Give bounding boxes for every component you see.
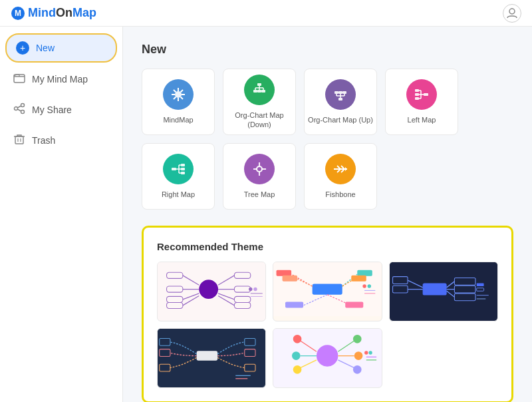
left-map-label: Left Map — [408, 115, 436, 124]
folder-icon — [13, 72, 25, 87]
header: M MindOnMap — [0, 0, 532, 27]
svg-point-70 — [199, 280, 218, 299]
svg-rect-98 — [358, 270, 373, 276]
sidebar-trash-label: Trash — [32, 135, 55, 146]
svg-point-136 — [317, 345, 338, 366]
map-card-org-up[interactable]: Org-Chart Map (Up) — [304, 69, 377, 135]
sidebar-item-trash[interactable]: Trash — [0, 125, 122, 156]
svg-line-18 — [174, 90, 176, 93]
svg-line-8 — [17, 109, 21, 111]
svg-rect-39 — [338, 98, 342, 100]
tree-map-label: Tree Map — [244, 190, 275, 199]
map-card-org-down[interactable]: Org-Chart Map(Down) — [223, 69, 296, 135]
svg-point-146 — [354, 351, 363, 360]
svg-rect-126 — [197, 351, 218, 360]
map-card-mindmap[interactable]: MindMap — [142, 69, 215, 135]
svg-point-148 — [353, 365, 362, 374]
plus-icon: + — [16, 41, 29, 55]
org-down-icon-circle — [244, 75, 275, 105]
svg-rect-46 — [415, 89, 419, 92]
svg-rect-110 — [422, 284, 446, 296]
recommended-title: Recommended Theme — [157, 241, 498, 252]
theme-card-5[interactable] — [273, 328, 382, 388]
svg-rect-94 — [277, 270, 292, 276]
main-layout: + New My Mind Map My Share Trash New — [0, 27, 532, 402]
svg-line-19 — [181, 97, 184, 99]
right-map-icon — [170, 160, 187, 178]
svg-rect-31 — [334, 91, 338, 94]
logo-on: On — [56, 6, 72, 19]
svg-rect-56 — [181, 168, 185, 170]
left-map-icon — [413, 86, 430, 103]
svg-point-105 — [363, 284, 366, 288]
svg-rect-102 — [285, 302, 303, 308]
svg-marker-68 — [345, 167, 347, 171]
svg-point-138 — [293, 335, 302, 343]
theme-3-preview — [390, 262, 497, 316]
sidebar-item-my-share[interactable]: My Share — [0, 95, 122, 125]
svg-point-106 — [368, 284, 371, 288]
svg-line-21 — [174, 97, 176, 99]
map-type-grid: MindMap Org-C — [142, 69, 513, 210]
theme-card-2[interactable] — [273, 262, 382, 321]
theme-card-1[interactable] — [157, 262, 266, 321]
new-section-title: New — [142, 43, 513, 57]
right-map-label: Right Map — [162, 190, 195, 199]
map-card-tree[interactable]: Tree Map — [223, 143, 296, 210]
user-avatar[interactable] — [503, 4, 521, 23]
svg-rect-30 — [261, 90, 265, 93]
logo-icon: M — [11, 6, 25, 21]
org-up-icon-circle — [325, 79, 356, 110]
svg-line-7 — [17, 106, 21, 108]
svg-rect-32 — [338, 91, 342, 94]
theme-card-4[interactable] — [157, 328, 266, 388]
theme-2-preview — [273, 262, 381, 316]
sidebar-item-new[interactable]: + New — [5, 33, 117, 63]
svg-rect-92 — [313, 284, 342, 294]
svg-point-58 — [257, 166, 262, 172]
sidebar-new-label: New — [36, 43, 55, 53]
svg-point-6 — [21, 110, 25, 114]
svg-point-144 — [353, 335, 362, 343]
logo-map: Map — [72, 6, 96, 19]
svg-text:M: M — [15, 9, 21, 18]
svg-point-5 — [15, 107, 18, 110]
share-icon — [13, 102, 25, 117]
mindmap-icon-circle — [163, 79, 194, 110]
recommended-theme-section: Recommended Theme — [142, 226, 513, 402]
theme-1-preview — [158, 262, 265, 316]
svg-line-20 — [181, 90, 184, 93]
logo-text: MindOnMap — [28, 6, 96, 20]
content-area: New MindMap — [123, 27, 532, 402]
fishbone-icon — [332, 160, 349, 178]
right-map-icon-circle — [163, 154, 194, 184]
org-up-icon — [332, 86, 349, 103]
sidebar-item-my-mind-map[interactable]: My Mind Map — [0, 64, 122, 95]
tree-map-icon — [251, 160, 268, 178]
svg-rect-104 — [346, 302, 364, 308]
svg-point-142 — [293, 365, 302, 374]
map-card-left[interactable]: Left Map — [385, 69, 458, 135]
map-card-fishbone[interactable]: Fishbone — [304, 143, 377, 210]
svg-rect-96 — [283, 276, 298, 282]
theme-5-preview — [273, 329, 381, 383]
svg-point-4 — [21, 104, 25, 107]
svg-rect-29 — [257, 90, 261, 93]
logo-mind: Mind — [28, 6, 56, 19]
fishbone-icon-circle — [325, 154, 356, 184]
fishbone-label: Fishbone — [325, 190, 355, 199]
sidebar-my-mind-map-label: My Mind Map — [32, 74, 88, 85]
trash-icon — [13, 133, 25, 148]
svg-rect-28 — [253, 90, 257, 93]
theme-card-3[interactable] — [389, 262, 498, 321]
svg-rect-22 — [257, 83, 261, 86]
tree-map-icon-circle — [244, 154, 275, 184]
svg-point-2 — [509, 9, 515, 14]
theme-4-preview — [158, 329, 265, 383]
svg-rect-49 — [172, 168, 176, 170]
map-card-right[interactable]: Right Map — [142, 143, 215, 210]
logo: M MindOnMap — [11, 6, 96, 21]
svg-rect-33 — [342, 91, 346, 94]
sidebar: + New My Mind Map My Share Trash — [0, 27, 123, 402]
svg-rect-9 — [15, 136, 23, 144]
